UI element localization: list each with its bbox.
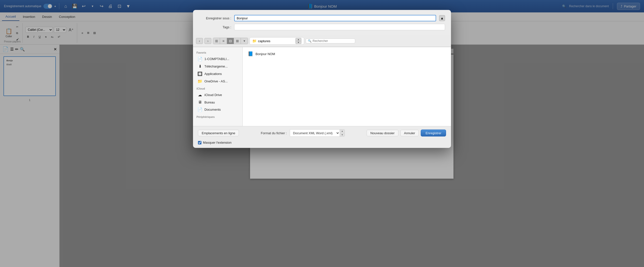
favoris-header: Favoris bbox=[193, 49, 242, 55]
comptabili-icon: 📄 bbox=[198, 56, 202, 61]
dialog-body: Favoris 📄 1-COMPTABILI... ⬇ Téléchargeme… bbox=[193, 47, 451, 126]
sidebar-item-telechargement[interactable]: ⬇ Téléchargeme... bbox=[194, 63, 242, 70]
save-btn[interactable]: Enregistrer bbox=[421, 130, 446, 136]
dialog-footer: Emplacements en ligne Format du fichier … bbox=[193, 126, 451, 140]
applications-icon: 🔲 bbox=[198, 72, 202, 76]
filename-input[interactable] bbox=[234, 15, 436, 21]
documents-icon: 📄 bbox=[198, 107, 202, 112]
download-icon: ⬇ bbox=[198, 64, 202, 69]
file-name: Bonjour NOM bbox=[256, 52, 275, 56]
documents-label: Documents bbox=[204, 108, 221, 112]
dialog-file-area: 📘 Bonjour NOM bbox=[242, 47, 451, 126]
telechargement-label: Téléchargeme... bbox=[204, 64, 228, 68]
file-item-bonjour[interactable]: 📘 Bonjour NOM bbox=[246, 50, 448, 58]
expand-icon: ▲ bbox=[440, 16, 444, 20]
stepper-up[interactable]: ▲ bbox=[296, 38, 301, 41]
format-down[interactable]: ▼ bbox=[340, 133, 344, 137]
icloud-drive-label: iCloud Drive bbox=[204, 93, 222, 97]
tags-field: Tags : bbox=[199, 24, 445, 30]
hide-extension-label: Masquer l'extension bbox=[203, 141, 232, 144]
onedrive-icon: 📁 bbox=[198, 79, 202, 84]
hide-extension-checkbox[interactable] bbox=[198, 141, 202, 144]
save-dialog: Enregistrer sous : ▲ Tags : ‹ › ⊞ ≡ ⊟ bbox=[193, 10, 451, 148]
format-select[interactable]: Document XML Word (.xml) bbox=[290, 130, 340, 136]
dialog-sidebar: Favoris 📄 1-COMPTABILI... ⬇ Téléchargeme… bbox=[193, 47, 242, 126]
dialog-header: Enregistrer sous : ▲ Tags : bbox=[193, 10, 451, 35]
footer-format: Format du fichier : Document XML Word (.… bbox=[242, 129, 364, 137]
back-btn[interactable]: ‹ bbox=[196, 38, 203, 44]
applications-label: Applications bbox=[204, 72, 222, 76]
search-icon: 🔍 bbox=[308, 39, 312, 43]
bureau-icon: 🖥 bbox=[198, 100, 202, 104]
footer-left: Emplacements en ligne bbox=[198, 130, 239, 136]
folder-icon: 📁 bbox=[252, 39, 256, 43]
save-label: Enregistrer sous : bbox=[199, 16, 231, 20]
location-pill: 📁 captures ▲ ▼ bbox=[250, 37, 304, 45]
dialog-fields: Enregistrer sous : ▲ Tags : bbox=[199, 15, 445, 33]
bureau-label: Bureau bbox=[204, 100, 215, 104]
location-text: captures bbox=[258, 39, 270, 43]
filename-field: Enregistrer sous : ▲ bbox=[199, 15, 445, 21]
format-select-container: Document XML Word (.xml) ▲ ▼ bbox=[290, 129, 345, 137]
dialog-overlay: Enregistrer sous : ▲ Tags : ‹ › ⊞ ≡ ⊟ bbox=[0, 0, 644, 267]
extension-row: Masquer l'extension bbox=[193, 140, 451, 148]
format-label: Format du fichier : bbox=[261, 131, 287, 135]
grid-view-btn[interactable]: ⊞ bbox=[213, 38, 220, 44]
word-file-icon: 📘 bbox=[248, 51, 254, 56]
sidebar-item-documents[interactable]: 📄 Documents bbox=[194, 106, 242, 113]
icloud-drive-icon: ☁ bbox=[198, 92, 202, 97]
footer-right: Nouveau dossier Annuler Enregistrer bbox=[367, 130, 446, 136]
column-view-btn[interactable]: ⊟ bbox=[227, 38, 234, 44]
comptabili-label: 1-COMPTABILI... bbox=[204, 57, 229, 61]
list-view-btn[interactable]: ≡ bbox=[220, 38, 227, 44]
search-input[interactable] bbox=[312, 39, 353, 43]
onedrive-label: OneDrive - AS... bbox=[204, 80, 228, 83]
format-up[interactable]: ▲ bbox=[340, 130, 344, 133]
cancel-btn[interactable]: Annuler bbox=[400, 130, 419, 136]
sidebar-item-applications[interactable]: 🔲 Applications bbox=[194, 70, 242, 78]
gallery-view-btn[interactable]: ⊠ bbox=[234, 38, 241, 44]
stepper-down[interactable]: ▼ bbox=[296, 41, 301, 44]
peripheriques-header: Périphériques bbox=[193, 114, 242, 119]
icloud-header: iCloud bbox=[193, 85, 242, 91]
forward-btn[interactable]: › bbox=[204, 38, 211, 44]
file-toolbar: ‹ › ⊞ ≡ ⊟ ⊠ ▼ 📁 captures ▲ ▼ 🔍 bbox=[193, 35, 451, 47]
sidebar-item-comptabili[interactable]: 📄 1-COMPTABILI... bbox=[194, 55, 242, 62]
sidebar-item-icloud-drive[interactable]: ☁ iCloud Drive bbox=[194, 91, 242, 98]
online-places-btn[interactable]: Emplacements en ligne bbox=[198, 130, 239, 136]
tags-label: Tags : bbox=[199, 25, 231, 29]
view-group: ⊞ ≡ ⊟ ⊠ ▼ bbox=[213, 38, 248, 44]
new-folder-area: Nouveau dossier bbox=[367, 130, 398, 136]
sidebar-item-onedrive[interactable]: 📁 OneDrive - AS... bbox=[194, 78, 242, 85]
file-content: 📘 Bonjour NOM bbox=[242, 47, 451, 126]
format-stepper[interactable]: ▲ ▼ bbox=[340, 130, 344, 136]
expand-btn[interactable]: ▲ bbox=[439, 15, 445, 21]
location-stepper[interactable]: ▲ ▼ bbox=[296, 38, 302, 44]
new-folder-btn[interactable]: Nouveau dossier bbox=[367, 130, 398, 136]
view-more-btn[interactable]: ▼ bbox=[241, 38, 248, 44]
search-box: 🔍 bbox=[306, 38, 355, 44]
tags-input[interactable] bbox=[234, 24, 445, 30]
sidebar-item-bureau[interactable]: 🖥 Bureau bbox=[194, 99, 242, 106]
